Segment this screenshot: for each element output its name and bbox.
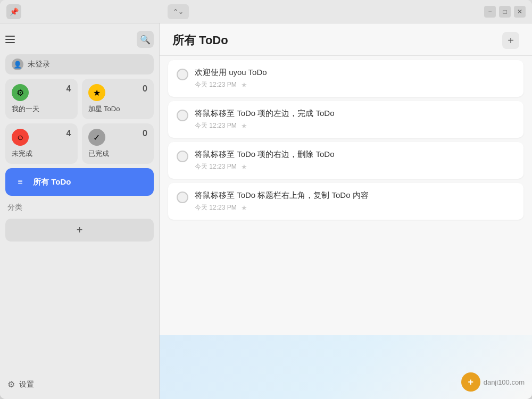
todo-list: 欢迎使用 uyou ToDo 今天 12:23 PM ★ 将鼠标移至 ToDo … — [160, 56, 532, 335]
settings-label: 设置 — [19, 380, 34, 389]
todo-meta: 今天 12:23 PM ★ — [195, 80, 515, 89]
title-bar: 📌 ⌃⌄ − □ ✕ — [0, 0, 532, 23]
my-day-icon: ⚙ — [12, 84, 29, 101]
nav-arrows-button[interactable]: ⌃⌄ — [168, 4, 189, 19]
my-day-count: 4 — [66, 84, 71, 94]
star-button[interactable]: ★ — [241, 204, 247, 212]
starred-label: 加星 ToDo — [88, 104, 148, 114]
pin-button[interactable]: 📌 — [6, 4, 21, 19]
todo-circle[interactable] — [177, 151, 188, 162]
todo-text: 将鼠标移至 ToDo 项的右边，删除 ToDo — [195, 149, 515, 160]
todo-time: 今天 12:23 PM — [195, 121, 237, 130]
add-todo-icon: + — [508, 35, 514, 47]
starred-icon: ★ — [88, 84, 105, 101]
todo-text: 将鼠标移至 ToDo 项的左边，完成 ToDo — [195, 109, 515, 119]
sidebar: 🔍 👤 未登录 4 ⚙ 我的一天 0 ★ 加星 ToDo — [0, 23, 160, 399]
add-category-button[interactable]: + — [5, 219, 154, 242]
todo-body: 将鼠标移至 ToDo 项的右边，删除 ToDo 今天 12:23 PM ★ — [195, 149, 515, 171]
todo-text: 将鼠标移至 ToDo 标题栏右上角，复制 ToDo 内容 — [195, 190, 515, 201]
minimize-button[interactable]: − — [484, 6, 496, 18]
todo-time: 今天 12:23 PM — [195, 203, 237, 212]
todo-item[interactable]: 将鼠标移至 ToDo 项的左边，完成 ToDo 今天 12:23 PM ★ — [168, 101, 523, 138]
main-footer-bg: + danji100.com — [160, 335, 532, 399]
todo-circle[interactable] — [177, 69, 188, 80]
page-title: 所有 ToDo — [172, 32, 228, 48]
app-window: 📌 ⌃⌄ − □ ✕ 🔍 — [0, 0, 532, 399]
complete-icon: ✓ — [88, 129, 105, 146]
complete-card[interactable]: 0 ✓ 已完成 — [82, 123, 154, 164]
watermark: + danji100.com — [461, 372, 525, 392]
search-icon: 🔍 — [140, 35, 151, 45]
close-button[interactable]: ✕ — [514, 6, 526, 18]
todo-time: 今天 12:23 PM — [195, 80, 237, 89]
user-button[interactable]: 👤 未登录 — [5, 54, 154, 74]
settings-footer[interactable]: ⚙ 设置 — [5, 375, 154, 394]
user-avatar: 👤 — [12, 59, 23, 70]
incomplete-label: 未完成 — [12, 149, 71, 159]
category-title: 分类 — [7, 203, 22, 211]
settings-icon: ⚙ — [7, 379, 15, 389]
add-todo-button[interactable]: + — [502, 32, 519, 49]
star-button[interactable]: ★ — [241, 122, 247, 130]
todo-circle[interactable] — [177, 110, 188, 121]
all-todo-item[interactable]: ≡ 所有 ToDo — [5, 168, 154, 196]
my-day-card[interactable]: 4 ⚙ 我的一天 — [5, 79, 78, 119]
todo-body: 欢迎使用 uyou ToDo 今天 12:23 PM ★ — [195, 68, 515, 89]
incomplete-count: 4 — [66, 129, 71, 138]
todo-item[interactable]: 欢迎使用 uyou ToDo 今天 12:23 PM ★ — [168, 60, 523, 97]
my-day-label: 我的一天 — [12, 104, 71, 114]
todo-body: 将鼠标移至 ToDo 标题栏右上角，复制 ToDo 内容 今天 12:23 PM… — [195, 190, 515, 212]
hamburger-button[interactable] — [5, 36, 15, 43]
starred-count: 0 — [143, 84, 147, 94]
todo-meta: 今天 12:23 PM ★ — [195, 203, 515, 212]
all-todo-icon: ≡ — [13, 174, 28, 189]
todo-body: 将鼠标移至 ToDo 项的左边，完成 ToDo 今天 12:23 PM ★ — [195, 109, 515, 130]
watermark-text: danji100.com — [484, 378, 525, 386]
main-content: 所有 ToDo + 欢迎使用 uyou ToDo 今天 12:23 PM ★ 将… — [160, 23, 532, 399]
star-button[interactable]: ★ — [241, 163, 247, 171]
cards-grid: 4 ⚙ 我的一天 0 ★ 加星 ToDo 4 ○ 未完成 0 ✓ 已完成 — [5, 79, 154, 164]
maximize-button[interactable]: □ — [499, 6, 511, 18]
complete-count: 0 — [143, 129, 147, 138]
todo-item[interactable]: 将鼠标移至 ToDo 标题栏右上角，复制 ToDo 内容 今天 12:23 PM… — [168, 183, 523, 220]
todo-text: 欢迎使用 uyou ToDo — [195, 68, 515, 78]
all-todo-label: 所有 ToDo — [33, 177, 71, 187]
todo-circle[interactable] — [177, 192, 188, 203]
incomplete-card[interactable]: 4 ○ 未完成 — [5, 123, 78, 164]
search-button[interactable]: 🔍 — [137, 31, 154, 48]
todo-item[interactable]: 将鼠标移至 ToDo 项的右边，删除 ToDo 今天 12:23 PM ★ — [168, 142, 523, 179]
todo-time: 今天 12:23 PM — [195, 162, 237, 171]
main-header: 所有 ToDo + — [160, 23, 532, 56]
title-bar-right: − □ ✕ — [484, 6, 526, 18]
user-label: 未登录 — [28, 60, 50, 69]
title-bar-left: 📌 — [6, 4, 21, 19]
star-button[interactable]: ★ — [241, 81, 247, 89]
complete-label: 已完成 — [88, 149, 148, 159]
todo-meta: 今天 12:23 PM ★ — [195, 121, 515, 130]
todo-meta: 今天 12:23 PM ★ — [195, 162, 515, 171]
content-area: 🔍 👤 未登录 4 ⚙ 我的一天 0 ★ 加星 ToDo — [0, 23, 532, 399]
watermark-icon: + — [461, 372, 480, 392]
starred-card[interactable]: 0 ★ 加星 ToDo — [82, 79, 154, 119]
sidebar-top: 🔍 — [5, 29, 154, 50]
category-section: 分类 — [5, 200, 154, 214]
incomplete-icon: ○ — [12, 129, 29, 146]
add-icon: + — [77, 224, 83, 236]
